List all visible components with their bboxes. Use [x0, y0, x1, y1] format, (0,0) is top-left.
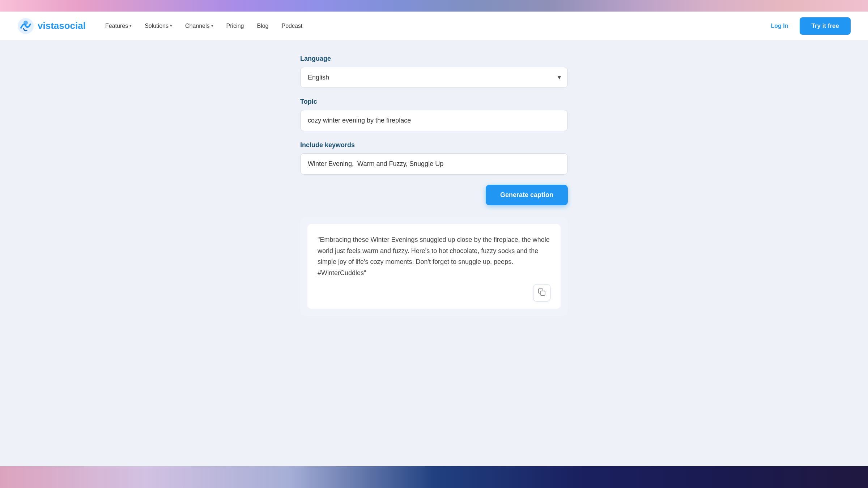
- keywords-input[interactable]: [300, 153, 568, 175]
- chevron-down-icon: ▾: [129, 23, 132, 28]
- main-content: Language English Spanish French German ▾…: [0, 40, 868, 488]
- logo-text: vistasocial: [38, 20, 86, 31]
- nav-channels[interactable]: Channels ▾: [180, 20, 218, 32]
- keywords-section: Include keywords: [300, 141, 568, 175]
- bottom-gradient: [0, 466, 868, 488]
- copy-icon: [538, 288, 546, 298]
- navbar: vistasocial Features ▾ Solutions ▾ Chann…: [0, 12, 868, 40]
- language-label: Language: [300, 55, 568, 63]
- chevron-down-icon: ▾: [211, 23, 213, 28]
- login-button[interactable]: Log In: [765, 20, 794, 32]
- nav-solutions[interactable]: Solutions ▾: [140, 20, 177, 32]
- result-outer: "Embracing these Winter Evenings snuggle…: [300, 217, 568, 316]
- copy-button[interactable]: [533, 284, 550, 301]
- language-select-wrapper: English Spanish French German ▾: [300, 67, 568, 88]
- topic-input[interactable]: [300, 110, 568, 131]
- logo-icon: [17, 18, 34, 34]
- result-text: "Embracing these Winter Evenings snuggle…: [318, 234, 550, 278]
- svg-point-1: [24, 21, 28, 25]
- nav-pricing[interactable]: Pricing: [221, 20, 249, 32]
- chevron-down-icon: ▾: [170, 23, 172, 28]
- nav-blog[interactable]: Blog: [252, 20, 273, 32]
- svg-rect-2: [541, 291, 545, 295]
- topic-section: Topic: [300, 98, 568, 131]
- language-select[interactable]: English Spanish French German: [301, 67, 567, 87]
- topic-label: Topic: [300, 98, 568, 106]
- keywords-label: Include keywords: [300, 141, 568, 149]
- nav-links: Features ▾ Solutions ▾ Channels ▾ Pricin…: [100, 20, 765, 32]
- nav-right: Log In Try it free: [765, 17, 851, 35]
- result-inner: "Embracing these Winter Evenings snuggle…: [307, 224, 561, 309]
- content-wrapper: Language English Spanish French German ▾…: [286, 55, 582, 316]
- nav-features[interactable]: Features ▾: [100, 20, 137, 32]
- nav-podcast[interactable]: Podcast: [277, 20, 308, 32]
- generate-row: Generate caption: [300, 185, 568, 205]
- logo[interactable]: vistasocial: [17, 18, 86, 34]
- top-gradient-bar: [0, 0, 868, 12]
- copy-btn-row: [318, 284, 550, 301]
- try-free-button[interactable]: Try it free: [800, 17, 851, 35]
- language-section: Language English Spanish French German ▾: [300, 55, 568, 88]
- generate-caption-button[interactable]: Generate caption: [486, 185, 568, 205]
